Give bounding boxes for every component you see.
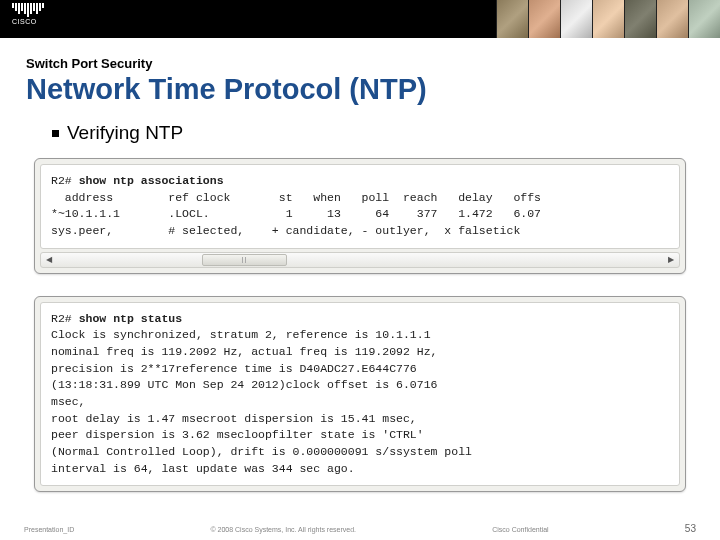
footer-confidential: Cisco Confidential xyxy=(492,526,548,533)
slide-footer: Presentation_ID © 2008 Cisco Systems, In… xyxy=(0,523,720,534)
header-bar: CISCO xyxy=(0,0,720,38)
scroll-right-button[interactable]: ▶ xyxy=(663,253,679,267)
footer-copyright: © 2008 Cisco Systems, Inc. All rights re… xyxy=(210,526,356,533)
page-number: 53 xyxy=(685,523,696,534)
terminal-associations: R2# show ntp associations address ref cl… xyxy=(34,158,686,274)
scrollbar-thumb[interactable] xyxy=(202,254,287,266)
header-photo-strip xyxy=(496,0,720,38)
bullet-text: Verifying NTP xyxy=(67,122,183,144)
bullet-item: Verifying NTP xyxy=(52,122,694,144)
terminal-output: R2# show ntp status Clock is synchronize… xyxy=(40,302,680,487)
scrollbar-track[interactable] xyxy=(57,253,663,267)
terminal-status: R2# show ntp status Clock is synchronize… xyxy=(34,296,686,493)
horizontal-scrollbar[interactable]: ◀ ▶ xyxy=(40,252,680,268)
slide-content: Switch Port Security Network Time Protoc… xyxy=(0,38,720,492)
cisco-logo: CISCO xyxy=(12,3,44,25)
scroll-left-button[interactable]: ◀ xyxy=(41,253,57,267)
footer-id: Presentation_ID xyxy=(24,526,74,533)
slide-kicker: Switch Port Security xyxy=(26,56,694,71)
bullet-icon xyxy=(52,130,59,137)
slide-title: Network Time Protocol (NTP) xyxy=(26,73,694,106)
logo-text: CISCO xyxy=(12,18,44,25)
terminal-output: R2# show ntp associations address ref cl… xyxy=(40,164,680,249)
